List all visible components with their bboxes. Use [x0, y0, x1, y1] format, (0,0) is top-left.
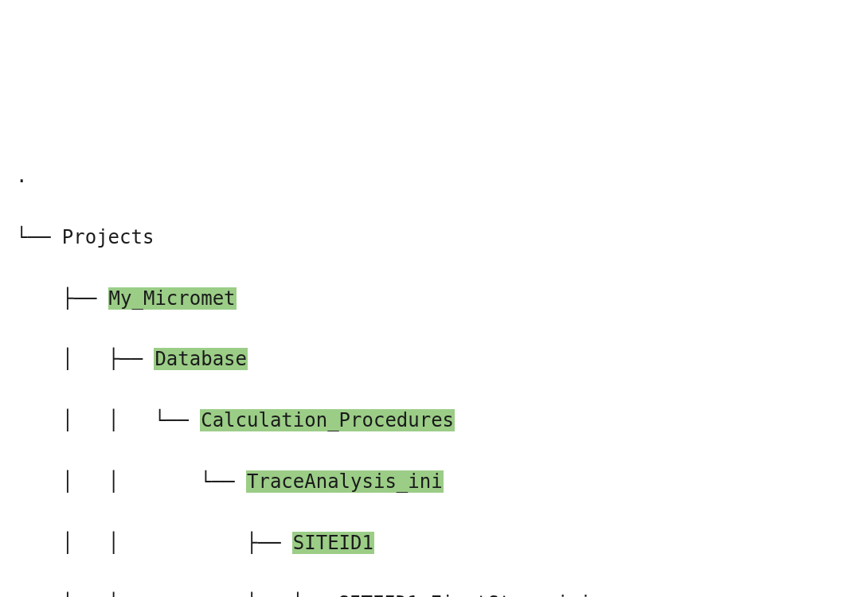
node-projects: Projects [62, 226, 154, 248]
node-siteid1-dir: SITEID1 [292, 532, 374, 554]
file-part-siteid1: SITEID1 [338, 592, 419, 597]
node-database: Database [154, 348, 248, 370]
tree-connector: └── [16, 226, 62, 248]
row-file-siteid1-firststage: │ │ │ ├── SITEID1_FirstStage.ini [16, 588, 852, 597]
tree-connector: │ │ └── [16, 470, 246, 493]
tree-connector: │ ├── [16, 348, 154, 370]
row-siteid1-dir: │ │ ├── SITEID1 [16, 528, 852, 558]
tree-connector: │ │ └── [16, 409, 200, 431]
root-dot: . [16, 161, 852, 191]
file-part-ext: _FirstStage.ini [419, 592, 592, 597]
tree-connector: │ │ │ ├── [16, 592, 338, 597]
node-traceanalysis-ini: TraceAnalysis_ini [246, 470, 444, 493]
row-trace-ini: │ │ └── TraceAnalysis_ini [16, 466, 852, 497]
tree-connector: │ │ ├── [16, 532, 292, 554]
directory-tree: . └── Projects ├── My_Micromet │ ├── Dat… [16, 131, 852, 597]
row-my-micromet: ├── My_Micromet [16, 283, 852, 314]
row-calc-proc: │ │ └── Calculation_Procedures [16, 405, 852, 435]
node-calculation-procedures: Calculation_Procedures [200, 409, 455, 431]
row-projects: └── Projects [16, 222, 852, 252]
node-my-micromet: My_Micromet [108, 287, 237, 310]
row-database: │ ├── Database [16, 344, 852, 374]
tree-connector: ├── [16, 287, 108, 310]
